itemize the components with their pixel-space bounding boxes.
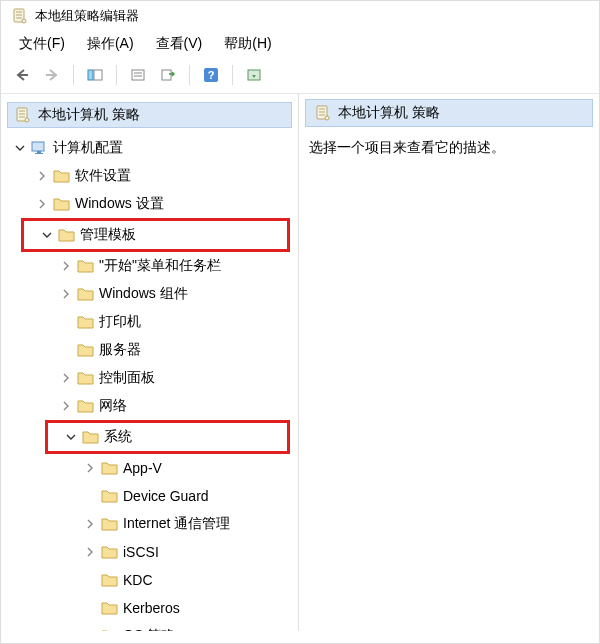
tree-label: 系统 bbox=[104, 428, 132, 446]
folder-icon bbox=[53, 168, 71, 184]
chevron-down-icon[interactable] bbox=[64, 430, 78, 444]
details-panel: 本地计算机 策略 选择一个项目来查看它的描述。 bbox=[299, 94, 599, 631]
svg-rect-8 bbox=[88, 70, 93, 80]
tree-label: App-V bbox=[123, 460, 162, 476]
tree-label: 计算机配置 bbox=[53, 139, 123, 157]
chevron-right-icon[interactable] bbox=[83, 461, 97, 475]
tree-item-iscsi[interactable]: iSCSI bbox=[5, 538, 298, 566]
toolbar: ? bbox=[1, 61, 599, 94]
folder-icon bbox=[82, 429, 100, 445]
tree-label: Kerberos bbox=[123, 600, 180, 616]
tree-item-kdc[interactable]: KDC bbox=[5, 566, 298, 594]
tree-item-windows-components[interactable]: Windows 组件 bbox=[5, 280, 298, 308]
folder-icon bbox=[77, 258, 95, 274]
folder-icon bbox=[77, 286, 95, 302]
computer-icon bbox=[31, 140, 49, 156]
tree-label: KDC bbox=[123, 572, 153, 588]
folder-icon bbox=[101, 460, 119, 476]
folder-icon bbox=[101, 544, 119, 560]
back-button[interactable] bbox=[9, 63, 35, 87]
chevron-right-icon[interactable] bbox=[83, 545, 97, 559]
svg-rect-10 bbox=[132, 70, 144, 80]
forward-button[interactable] bbox=[39, 63, 65, 87]
tree-label: Device Guard bbox=[123, 488, 209, 504]
scroll-icon bbox=[314, 105, 332, 121]
tree-root-label: 本地计算机 策略 bbox=[38, 106, 140, 124]
menu-file[interactable]: 文件(F) bbox=[19, 35, 65, 53]
folder-icon bbox=[77, 314, 95, 330]
tree-item-device-guard[interactable]: Device Guard bbox=[5, 482, 298, 510]
menu-view[interactable]: 查看(V) bbox=[156, 35, 203, 53]
tree-item-system[interactable]: 系统 bbox=[50, 424, 285, 450]
properties-button[interactable] bbox=[125, 63, 151, 87]
show-tree-button[interactable] bbox=[82, 63, 108, 87]
chevron-right-icon[interactable] bbox=[59, 399, 73, 413]
chevron-right-icon[interactable] bbox=[83, 517, 97, 531]
folder-icon bbox=[77, 342, 95, 358]
chevron-right-icon[interactable] bbox=[59, 371, 73, 385]
tree-label: 软件设置 bbox=[75, 167, 131, 185]
tree-item-internet-comm[interactable]: Internet 通信管理 bbox=[5, 510, 298, 538]
tree-item-start-menu[interactable]: "开始"菜单和任务栏 bbox=[5, 252, 298, 280]
tree-label: 服务器 bbox=[99, 341, 141, 359]
tree-item-network[interactable]: 网络 bbox=[5, 392, 298, 420]
tree-item-printers[interactable]: 打印机 bbox=[5, 308, 298, 336]
folder-icon bbox=[101, 516, 119, 532]
details-title: 本地计算机 策略 bbox=[338, 104, 440, 122]
tree-root[interactable]: 本地计算机 策略 bbox=[7, 102, 292, 128]
folder-icon bbox=[101, 628, 119, 631]
details-description: 选择一个项目来查看它的描述。 bbox=[299, 135, 599, 161]
export-button[interactable] bbox=[155, 63, 181, 87]
separator bbox=[189, 65, 190, 85]
separator bbox=[116, 65, 117, 85]
tree-label: iSCSI bbox=[123, 544, 159, 560]
tree-item-control-panel[interactable]: 控制面板 bbox=[5, 364, 298, 392]
app-icon bbox=[11, 7, 29, 25]
tree-item-os-policy[interactable]: OS 策略 bbox=[5, 622, 298, 631]
tree-label: OS 策略 bbox=[123, 627, 175, 631]
highlight-admin-templates: 管理模板 bbox=[21, 218, 290, 252]
tree-label: Windows 设置 bbox=[75, 195, 164, 213]
separator bbox=[232, 65, 233, 85]
menu-help[interactable]: 帮助(H) bbox=[224, 35, 271, 53]
chevron-right-icon[interactable] bbox=[35, 169, 49, 183]
chevron-right-icon[interactable] bbox=[35, 197, 49, 211]
folder-icon bbox=[101, 600, 119, 616]
folder-icon bbox=[101, 488, 119, 504]
tree-panel[interactable]: 本地计算机 策略 计算机配置 软件设置 Windows 设置 管理模板 bbox=[1, 94, 299, 631]
filter-button[interactable] bbox=[241, 63, 267, 87]
tree-item-computer-config[interactable]: 计算机配置 bbox=[5, 134, 298, 162]
folder-icon bbox=[101, 572, 119, 588]
help-button[interactable]: ? bbox=[198, 63, 224, 87]
chevron-down-icon[interactable] bbox=[13, 141, 27, 155]
chevron-right-icon[interactable] bbox=[59, 259, 73, 273]
tree-label: 控制面板 bbox=[99, 369, 155, 387]
tree-label: Windows 组件 bbox=[99, 285, 188, 303]
highlight-system: 系统 bbox=[45, 420, 290, 454]
tree-label: Internet 通信管理 bbox=[123, 515, 230, 533]
tree-label: 网络 bbox=[99, 397, 127, 415]
menu-action[interactable]: 操作(A) bbox=[87, 35, 134, 53]
details-header: 本地计算机 策略 bbox=[305, 99, 593, 127]
separator bbox=[73, 65, 74, 85]
titlebar: 本地组策略编辑器 bbox=[1, 1, 599, 31]
tree-item-software-settings[interactable]: 软件设置 bbox=[5, 162, 298, 190]
tree-item-servers[interactable]: 服务器 bbox=[5, 336, 298, 364]
svg-text:?: ? bbox=[208, 69, 215, 81]
tree-item-windows-settings[interactable]: Windows 设置 bbox=[5, 190, 298, 218]
tree-item-appv[interactable]: App-V bbox=[5, 454, 298, 482]
window-title: 本地组策略编辑器 bbox=[35, 7, 139, 25]
tree-item-kerberos[interactable]: Kerberos bbox=[5, 594, 298, 622]
svg-rect-9 bbox=[94, 70, 102, 80]
chevron-down-icon[interactable] bbox=[40, 228, 54, 242]
chevron-right-icon[interactable] bbox=[59, 287, 73, 301]
tree-label: "开始"菜单和任务栏 bbox=[99, 257, 221, 275]
folder-icon bbox=[77, 370, 95, 386]
folder-icon bbox=[58, 227, 76, 243]
tree-label: 管理模板 bbox=[80, 226, 136, 244]
tree-label: 打印机 bbox=[99, 313, 141, 331]
menubar: 文件(F) 操作(A) 查看(V) 帮助(H) bbox=[1, 31, 599, 61]
svg-rect-13 bbox=[162, 70, 171, 80]
tree-item-admin-templates[interactable]: 管理模板 bbox=[26, 222, 285, 248]
chevron-right-icon[interactable] bbox=[83, 629, 97, 631]
